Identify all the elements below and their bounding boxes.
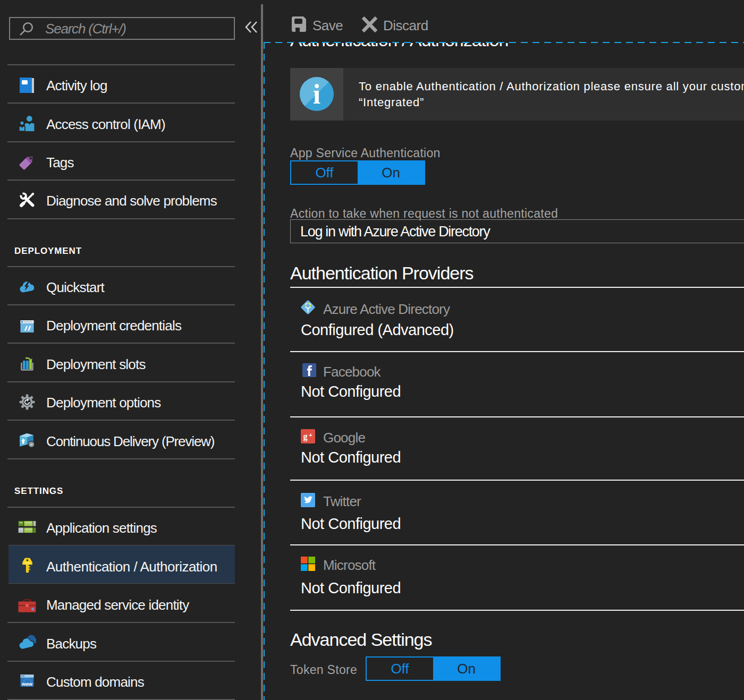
- svg-text:www: www: [21, 681, 33, 687]
- svg-text:»: »: [30, 441, 32, 447]
